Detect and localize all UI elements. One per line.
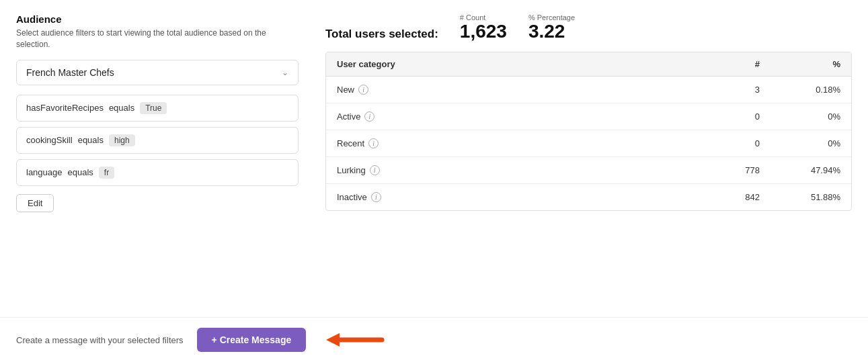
filter-property: hasFavoriteRecipes: [26, 103, 104, 113]
footer-bar: Create a message with your selected filt…: [0, 317, 868, 362]
count-value: 1,623: [460, 22, 507, 41]
percent-cell-inactive: 51.88%: [760, 192, 840, 202]
count-cell-lurking: 778: [679, 165, 760, 175]
table-row: Lurking i 778 47.94%: [326, 157, 851, 184]
table-row: Inactive i 842 51.88%: [326, 184, 851, 210]
percent-cell-active: 0%: [760, 111, 840, 122]
info-icon: i: [364, 111, 374, 122]
arrow-icon: [325, 327, 385, 353]
category-name-new: New: [337, 85, 354, 95]
category-name-lurking: Lurking: [337, 165, 366, 175]
category-cell-active: Active i: [337, 111, 679, 122]
percent-cell-recent: 0%: [760, 138, 840, 148]
info-icon: i: [368, 138, 379, 148]
total-users-label: Total users selected:: [325, 28, 438, 41]
filter-operator: equals: [109, 103, 134, 113]
filter-value-badge: fr: [99, 167, 114, 179]
filter-row-1: hasFavoriteRecipes equals True: [16, 95, 299, 122]
audience-subtitle: Select audience filters to start viewing…: [16, 28, 299, 50]
right-panel: Total users selected: # Count 1,623 % Pe…: [325, 13, 852, 304]
left-panel: Audience Select audience filters to star…: [16, 13, 299, 304]
filter-row-2: cookingSkill equals high: [16, 127, 299, 154]
table-row: Recent i 0 0%: [326, 130, 851, 157]
count-cell-recent: 0: [679, 138, 760, 148]
info-icon: i: [370, 165, 380, 175]
info-icon: i: [371, 192, 381, 202]
filter-value-badge: True: [140, 102, 167, 114]
filter-property: language: [26, 167, 63, 177]
percent-cell-new: 0.18%: [760, 85, 840, 95]
filter-row-3: language equals fr: [16, 159, 299, 186]
arrow-indicator: [325, 327, 385, 353]
percent-cell-lurking: 47.94%: [760, 165, 840, 175]
category-cell-inactive: Inactive i: [337, 192, 679, 202]
filter-property: cookingSkill: [26, 135, 73, 145]
percentage-value: 3.22: [528, 22, 565, 41]
chevron-down-icon: ⌄: [282, 68, 288, 77]
table-row: Active i 0 0%: [326, 103, 851, 130]
create-message-button[interactable]: + Create Message: [197, 328, 307, 352]
table-header: User category # %: [326, 52, 851, 77]
filter-operator: equals: [78, 135, 104, 145]
svg-marker-1: [326, 333, 340, 347]
category-cell-lurking: Lurking i: [337, 165, 679, 175]
filter-value-badge: high: [109, 134, 135, 146]
col-header-percent: %: [760, 59, 840, 69]
category-cell-recent: Recent i: [337, 138, 679, 148]
total-users-header: Total users selected: # Count 1,623 % Pe…: [325, 13, 852, 41]
user-category-table: User category # % New i 3 0.18% Active i…: [325, 52, 852, 211]
col-header-count: #: [679, 59, 760, 69]
edit-button[interactable]: Edit: [16, 194, 54, 212]
filter-operator: equals: [68, 167, 93, 177]
footer-text: Create a message with your selected filt…: [16, 335, 184, 345]
audience-title: Audience: [16, 13, 299, 25]
audience-dropdown[interactable]: French Master Chefs ⌄: [16, 60, 299, 85]
col-header-category: User category: [337, 59, 679, 69]
info-icon: i: [358, 85, 368, 95]
count-cell-new: 3: [679, 85, 760, 95]
table-row: New i 3 0.18%: [326, 77, 851, 103]
count-cell-active: 0: [679, 111, 760, 122]
category-name-inactive: Inactive: [337, 192, 367, 202]
category-name-active: Active: [337, 111, 360, 122]
category-cell-new: New i: [337, 85, 679, 95]
dropdown-value: French Master Chefs: [26, 67, 114, 78]
percentage-metric: % Percentage 3.22: [528, 13, 575, 41]
count-metric: # Count 1,623: [460, 13, 507, 41]
count-cell-inactive: 842: [679, 192, 760, 202]
category-name-recent: Recent: [337, 138, 364, 148]
